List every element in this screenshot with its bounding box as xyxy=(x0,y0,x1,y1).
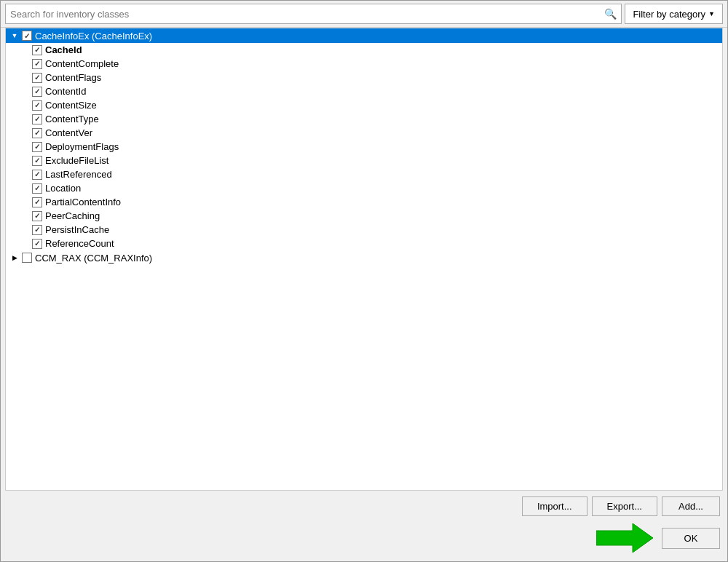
tree-root-item[interactable]: CacheInfoEx (CacheInfoEx) xyxy=(6,28,722,43)
child-checkbox[interactable] xyxy=(32,100,42,111)
svg-marker-0 xyxy=(596,523,653,553)
search-box[interactable]: 🔍 xyxy=(5,4,622,24)
toolbar: 🔍 Filter by category ▼ xyxy=(1,1,727,28)
bottom-buttons: Import... Export... Add... xyxy=(1,491,727,519)
child-checkbox[interactable] xyxy=(32,239,42,249)
dialog: 🔍 Filter by category ▼ CacheInfoEx (Cach… xyxy=(0,0,728,562)
filter-label: Filter by category xyxy=(633,9,705,20)
tree-child-item[interactable]: PartialContentInfo xyxy=(6,195,722,209)
child-checkbox[interactable] xyxy=(32,225,42,235)
child-checkbox[interactable] xyxy=(32,197,42,207)
child-checkbox[interactable] xyxy=(32,45,42,55)
child-checkbox[interactable] xyxy=(32,114,42,124)
second-item-label: CCM_RAX (CCM_RAXInfo) xyxy=(35,253,152,264)
child-item-label: Location xyxy=(45,183,81,194)
child-checkbox[interactable] xyxy=(32,170,42,180)
add-button[interactable]: Add... xyxy=(662,496,720,516)
child-checkbox[interactable] xyxy=(32,183,42,194)
child-checkbox[interactable] xyxy=(32,73,42,83)
child-item-label: ContentSize xyxy=(45,100,97,111)
tree-child-item[interactable]: CacheId xyxy=(6,43,722,57)
child-item-label: ContentComplete xyxy=(45,58,119,69)
tree-child-item[interactable]: ContentSize xyxy=(6,98,722,112)
child-checkbox[interactable] xyxy=(32,128,42,138)
tree-child-item[interactable]: ContentComplete xyxy=(6,57,722,71)
child-item-label: ContentType xyxy=(45,114,99,124)
children-container: CacheIdContentCompleteContentFlagsConten… xyxy=(6,43,722,250)
child-item-label: ContentFlags xyxy=(45,72,101,83)
child-item-label: ContentId xyxy=(45,86,86,97)
child-item-label: PersistInCache xyxy=(45,224,109,235)
child-checkbox[interactable] xyxy=(32,142,42,152)
tree-child-item[interactable]: ContentVer xyxy=(6,126,722,140)
arrow-icon xyxy=(596,522,654,554)
import-button[interactable]: Import... xyxy=(522,496,587,516)
expand-icon[interactable] xyxy=(9,30,20,41)
child-checkbox[interactable] xyxy=(32,87,42,97)
child-checkbox[interactable] xyxy=(32,59,42,69)
second-expand-icon[interactable] xyxy=(9,252,20,264)
child-checkbox[interactable] xyxy=(32,211,42,221)
export-button[interactable]: Export... xyxy=(592,496,657,516)
child-item-label: CacheId xyxy=(45,44,82,55)
search-input[interactable] xyxy=(10,9,604,20)
tree-child-item[interactable]: ExcludeFileList xyxy=(6,154,722,167)
second-checkbox[interactable] xyxy=(22,253,32,263)
child-item-label: ReferenceCount xyxy=(45,238,114,249)
tree-area: CacheInfoEx (CacheInfoEx) CacheIdContent… xyxy=(5,28,723,491)
child-item-label: PartialContentInfo xyxy=(45,197,121,207)
tree-child-item[interactable]: DeploymentFlags xyxy=(6,140,722,154)
tree-child-item[interactable]: ContentType xyxy=(6,112,722,126)
child-item-label: ExcludeFileList xyxy=(45,155,108,166)
filter-by-category-button[interactable]: Filter by category ▼ xyxy=(625,4,723,24)
tree-second-item[interactable]: CCM_RAX (CCM_RAXInfo) xyxy=(6,250,722,265)
tree-child-item[interactable]: ReferenceCount xyxy=(6,237,722,250)
child-item-label: DeploymentFlags xyxy=(45,141,119,152)
tree-child-item[interactable]: ContentFlags xyxy=(6,71,722,84)
tree-child-item[interactable]: PersistInCache xyxy=(6,223,722,237)
tree-child-item[interactable]: Location xyxy=(6,181,722,195)
tree-child-item[interactable]: ContentId xyxy=(6,84,722,98)
child-item-label: LastReferenced xyxy=(45,169,112,180)
search-icon: 🔍 xyxy=(604,8,617,20)
child-item-label: ContentVer xyxy=(45,127,92,138)
chevron-down-icon: ▼ xyxy=(708,10,715,17)
root-checkbox[interactable] xyxy=(22,31,32,41)
ok-row: OK xyxy=(1,519,727,561)
root-item-label: CacheInfoEx (CacheInfoEx) xyxy=(35,31,152,41)
child-item-label: PeerCaching xyxy=(45,210,100,221)
tree-child-item[interactable]: PeerCaching xyxy=(6,209,722,223)
child-checkbox[interactable] xyxy=(32,156,42,166)
ok-button[interactable]: OK xyxy=(662,528,720,549)
tree-child-item[interactable]: LastReferenced xyxy=(6,167,722,181)
